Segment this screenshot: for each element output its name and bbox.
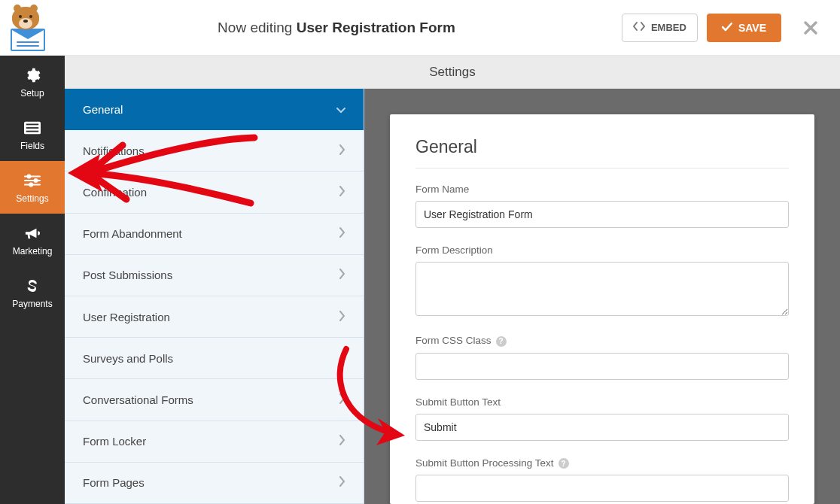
rail-label: Settings <box>16 193 48 204</box>
editing-form-title: User Registration Form <box>297 20 455 35</box>
save-label: SAVE <box>738 22 766 34</box>
subnav-item-confirmation[interactable]: Confirmation <box>65 172 364 213</box>
rail-item-payments[interactable]: Payments <box>0 266 65 319</box>
subnav-label: Form Abandonment <box>83 227 182 240</box>
rail-item-settings[interactable]: Settings <box>0 161 65 214</box>
subnav-label: Surveys and Polls <box>83 352 173 365</box>
bullhorn-icon <box>23 224 41 242</box>
chevron-right-icon <box>339 269 345 281</box>
rail-item-marketing[interactable]: Marketing <box>0 214 65 266</box>
bear-icon <box>12 7 39 29</box>
chevron-right-icon <box>339 476 345 489</box>
envelope-icon <box>11 29 45 51</box>
subnav-label: User Registration <box>83 311 170 323</box>
form-description-label: Form Description <box>415 244 789 256</box>
subnav-item-form-locker[interactable]: Form Locker <box>65 421 364 463</box>
card-heading: General <box>415 137 789 157</box>
close-button[interactable] <box>801 18 820 38</box>
subnav-item-user-registration[interactable]: User Registration <box>65 296 364 338</box>
submit-processing-input[interactable] <box>415 475 789 502</box>
submit-processing-label: Submit Button Processing Text? <box>415 457 789 469</box>
rail-label: Fields <box>20 141 44 151</box>
chevron-right-icon <box>339 311 345 323</box>
svg-point-7 <box>35 178 38 181</box>
save-button[interactable]: SAVE <box>707 14 781 42</box>
code-icon <box>633 21 645 34</box>
help-icon[interactable]: ? <box>558 458 569 469</box>
subnav-item-form-abandonment[interactable]: Form Abandonment <box>65 214 364 255</box>
form-name-input[interactable] <box>415 201 789 228</box>
embed-label: EMBED <box>651 22 686 33</box>
rail-label: Payments <box>12 299 52 309</box>
svg-rect-1 <box>26 123 39 125</box>
settings-subnav: General Notifications Confirmation Form … <box>65 89 364 504</box>
form-description-textarea[interactable] <box>415 262 789 316</box>
rail-label: Setup <box>20 88 44 99</box>
rail-label: Marketing <box>13 246 53 257</box>
subnav-label: Form Pages <box>83 476 145 489</box>
subnav-label: Post Submissions <box>83 269 172 281</box>
svg-point-5 <box>27 175 30 178</box>
icon-rail: Setup Fields Settings Marketing Payments <box>0 56 65 504</box>
chevron-right-icon <box>339 393 345 406</box>
chevron-right-icon <box>339 227 345 240</box>
form-css-class-input[interactable] <box>415 353 789 380</box>
dollar-icon <box>23 277 41 295</box>
chevron-right-icon <box>339 435 345 448</box>
subnav-label: Confirmation <box>83 186 147 199</box>
wpforms-logo <box>6 6 51 51</box>
page-title: Now editing User Registration Form <box>51 20 622 36</box>
submit-text-input[interactable] <box>415 414 789 441</box>
subnav-item-surveys-polls[interactable]: Surveys and Polls <box>65 338 364 379</box>
rail-item-setup[interactable]: Setup <box>0 56 65 108</box>
rail-item-fields[interactable]: Fields <box>0 108 65 161</box>
top-bar: Now editing User Registration Form EMBED… <box>0 0 840 56</box>
subnav-item-general[interactable]: General <box>65 89 364 130</box>
svg-rect-3 <box>26 130 39 132</box>
editing-prefix: Now editing <box>218 20 292 35</box>
subnav-item-conversational-forms[interactable]: Conversational Forms <box>65 379 364 421</box>
chevron-right-icon <box>339 186 345 199</box>
gear-icon <box>23 66 41 84</box>
svg-point-9 <box>29 183 32 186</box>
embed-button[interactable]: EMBED <box>622 14 698 42</box>
check-icon <box>722 22 732 34</box>
subnav-item-notifications[interactable]: Notifications <box>65 130 364 172</box>
form-name-label: Form Name <box>415 184 789 195</box>
subnav-label: Notifications <box>83 144 145 157</box>
subnav-item-form-pages[interactable]: Form Pages <box>65 463 364 504</box>
subnav-label: General <box>83 103 123 116</box>
list-icon <box>23 119 41 137</box>
help-icon[interactable]: ? <box>496 336 507 347</box>
subnav-label: Form Locker <box>83 435 146 448</box>
subnav-item-post-submissions[interactable]: Post Submissions <box>65 255 364 296</box>
chevron-right-icon <box>339 144 345 157</box>
sliders-icon <box>23 172 41 190</box>
subnav-label: Conversational Forms <box>83 393 193 406</box>
form-css-class-label: Form CSS Class? <box>415 335 789 347</box>
panel-title: Settings <box>65 56 840 89</box>
submit-text-label: Submit Button Text <box>415 396 789 408</box>
settings-card: General Form Name Form Description Form … <box>390 114 814 504</box>
chevron-down-icon <box>336 103 345 116</box>
svg-rect-2 <box>26 127 39 129</box>
